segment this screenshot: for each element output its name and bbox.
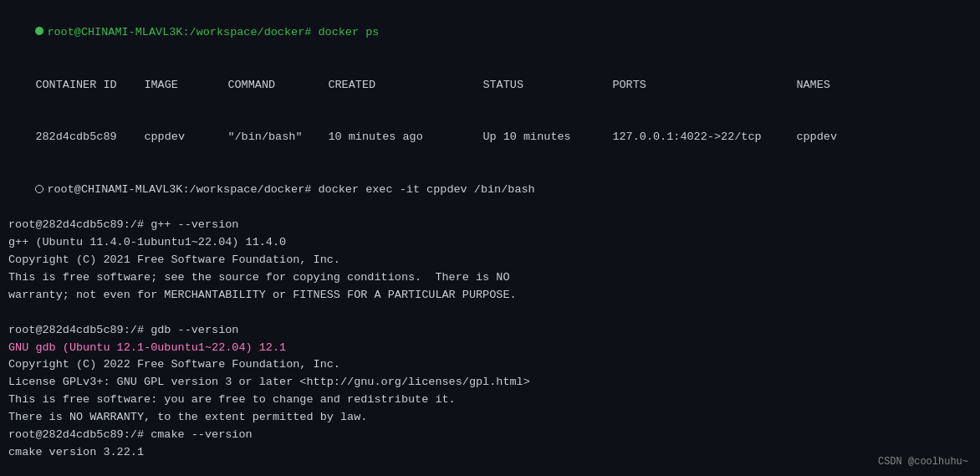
table-header: CONTAINER IDIMAGECOMMANDCREATEDSTATUSPOR… — [8, 59, 972, 112]
terminal-line-magenta: GNU gdb (Ubuntu 12.1-0ubuntu1~22.04) 12.… — [8, 340, 972, 357]
line-text: This is free software; see the source fo… — [8, 271, 510, 284]
line-text: root@282d4cdb5c89:/# gdb --version — [8, 324, 238, 336]
cell-container-id: 282d4cdb5c89 — [35, 129, 144, 146]
cell-names: cppdev — [796, 131, 837, 143]
cell-image: cppdev — [144, 129, 227, 146]
terminal-line: There is NO WARRANTY, to the extent perm… — [8, 409, 972, 427]
terminal-line: root@282d4cdb5c89:/# gdb --version — [8, 322, 972, 340]
terminal-line: This is free software; see the source fo… — [8, 269, 972, 287]
prompt-hollow-text: root@CHINAMI-MLAVL3K:/workspace/docker# … — [47, 183, 534, 196]
watermark: CSDN @coolhuhu~ — [878, 456, 968, 468]
cell-created: 10 minutes ago — [328, 129, 482, 146]
line-text: g++ (Ubuntu 11.4.0-1ubuntu1~22.04) 11.4.… — [8, 236, 286, 248]
col-header-command: COMMAND — [227, 77, 328, 95]
line-text: This is free software: you are free to c… — [8, 393, 456, 406]
table-row: 282d4cdb5c89cppdev"/bin/bash"10 minutes … — [8, 112, 972, 165]
line-text: root@282d4cdb5c89:/# cmake --version — [8, 428, 253, 441]
terminal-line: cmake version 3.22.1 — [8, 444, 972, 462]
terminal: root@CHINAMI-MLAVL3K:/workspace/docker# … — [0, 0, 980, 476]
blank-line — [8, 305, 972, 322]
status-dot-green — [35, 27, 43, 35]
terminal-line: root@282d4cdb5c89:/# g++ --version — [8, 217, 972, 234]
line-text: There is NO WARRANTY, to the extent perm… — [8, 411, 367, 423]
terminal-line: This is free software: you are free to c… — [8, 392, 972, 409]
terminal-line: warranty; not even for MERCHANTABILITY o… — [8, 287, 972, 305]
terminal-line: License GPLv3+: GNU GPL version 3 or lat… — [8, 374, 972, 392]
status-dot-hollow — [35, 185, 43, 193]
prompt-text: root@CHINAMI-MLAVL3K:/workspace/docker# … — [47, 26, 379, 38]
line-text: root@282d4cdb5c89:/# g++ --version — [8, 218, 238, 231]
line-text: License GPLv3+: GNU GPL version 3 or lat… — [8, 376, 530, 388]
terminal-line: g++ (Ubuntu 11.4.0-1ubuntu1~22.04) 11.4.… — [8, 234, 972, 252]
gdb-version-text: GNU gdb (Ubuntu 12.1-0ubuntu1~22.04) 12.… — [8, 341, 286, 354]
col-header-created: CREATED — [328, 77, 482, 95]
col-header-container: CONTAINER ID — [35, 77, 144, 95]
line-text: cmake version 3.22.1 — [8, 446, 144, 458]
col-header-names: NAMES — [796, 79, 830, 91]
line-text: Copyright (C) 2021 Free Software Foundat… — [8, 253, 340, 266]
line-text: Copyright (C) 2022 Free Software Foundat… — [8, 358, 340, 371]
cell-status: Up 10 minutes — [482, 129, 612, 146]
col-header-status: STATUS — [482, 77, 612, 95]
terminal-line: root@CHINAMI-MLAVL3K:/workspace/docker# … — [8, 7, 972, 59]
col-header-ports: PORTS — [612, 77, 796, 95]
cell-ports: 127.0.0.1:4022->22/tcp — [612, 129, 796, 146]
terminal-line: Copyright (C) 2021 Free Software Foundat… — [8, 252, 972, 269]
cell-command: "/bin/bash" — [227, 129, 328, 146]
line-text: warranty; not even for MERCHANTABILITY o… — [8, 289, 517, 301]
blank-line — [8, 462, 972, 476]
col-header-image: IMAGE — [144, 77, 227, 95]
terminal-line: root@CHINAMI-MLAVL3K:/workspace/docker# … — [8, 164, 972, 217]
terminal-line: root@282d4cdb5c89:/# cmake --version — [8, 427, 972, 444]
terminal-line: Copyright (C) 2022 Free Software Foundat… — [8, 356, 972, 374]
